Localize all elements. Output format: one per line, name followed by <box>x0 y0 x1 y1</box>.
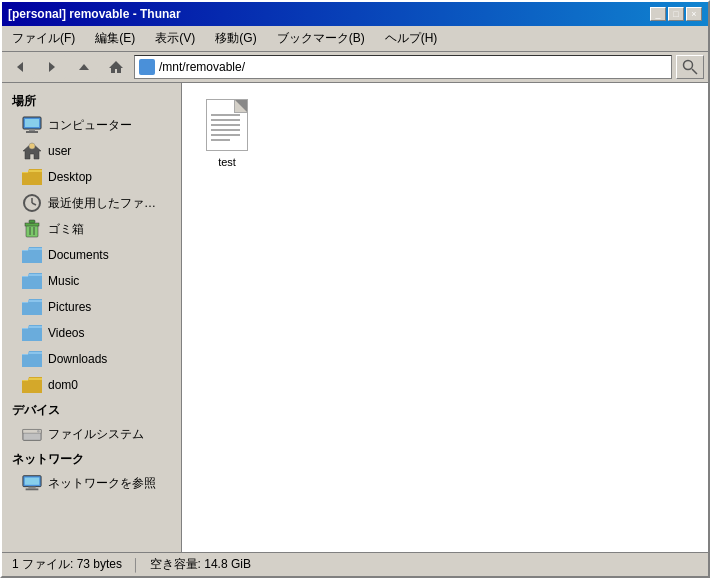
devices-section-header: デバイス <box>2 398 181 421</box>
close-button[interactable]: × <box>686 7 702 21</box>
file-icon-test <box>203 97 251 153</box>
svg-rect-8 <box>29 129 35 131</box>
svg-rect-26 <box>26 488 39 490</box>
sidebar-item-music[interactable]: Music <box>2 268 181 294</box>
menu-edit[interactable]: 編集(E) <box>89 28 141 49</box>
places-section-header: 場所 <box>2 89 181 112</box>
status-bar: 1 ファイル: 73 bytes │ 空き容量: 14.8 GiB <box>2 552 708 576</box>
sidebar-item-dom0[interactable]: dom0 <box>2 372 181 398</box>
forward-button[interactable] <box>38 55 66 79</box>
svg-line-14 <box>32 203 36 205</box>
sidebar-item-documents[interactable]: Documents <box>2 242 181 268</box>
toolbar <box>2 52 708 83</box>
title-bar: [personal] removable - Thunar _ □ × <box>2 2 708 26</box>
window-controls: _ □ × <box>650 7 702 21</box>
content-area: 場所 コンピューター <box>2 83 708 552</box>
recent-icon <box>22 193 42 213</box>
sidebar-item-recent-label: 最近使用したファ… <box>48 195 156 212</box>
menu-bar: ファイル(F) 編集(E) 表示(V) 移動(G) ブックマーク(B) ヘルプ(… <box>2 26 708 52</box>
videos-folder-icon <box>22 323 42 343</box>
main-file-area: test <box>182 83 708 552</box>
status-separator: │ <box>132 558 140 572</box>
sidebar-item-network-label: ネットワークを参照 <box>48 475 156 492</box>
svg-point-4 <box>684 61 693 70</box>
svg-marker-3 <box>109 61 123 73</box>
maximize-button[interactable]: □ <box>668 7 684 21</box>
menu-help[interactable]: ヘルプ(H) <box>379 28 444 49</box>
svg-rect-16 <box>25 223 39 226</box>
svg-rect-25 <box>28 487 35 489</box>
music-folder-icon <box>22 271 42 291</box>
sidebar: 場所 コンピューター <box>2 83 182 552</box>
address-input[interactable] <box>159 60 667 74</box>
file-count: 1 ファイル: 73 bytes <box>12 556 122 573</box>
file-name-test: test <box>218 156 236 168</box>
sidebar-item-home-label: user <box>48 144 71 158</box>
svg-marker-0 <box>17 62 23 72</box>
network-section-header: ネットワーク <box>2 447 181 470</box>
window-title: [personal] removable - Thunar <box>8 7 181 21</box>
filesystem-icon <box>22 424 42 444</box>
svg-rect-24 <box>25 478 40 485</box>
computer-icon <box>22 115 42 135</box>
sidebar-item-filesystem-label: ファイルシステム <box>48 426 144 443</box>
sidebar-item-pictures[interactable]: Pictures <box>2 294 181 320</box>
menu-go[interactable]: 移動(G) <box>209 28 262 49</box>
svg-line-5 <box>692 69 697 74</box>
back-button[interactable] <box>6 55 34 79</box>
sidebar-item-pictures-label: Pictures <box>48 300 91 314</box>
up-button[interactable] <box>70 55 98 79</box>
desktop-folder-icon <box>22 167 42 187</box>
documents-folder-icon <box>22 245 42 265</box>
home-button[interactable] <box>102 55 130 79</box>
svg-point-11 <box>29 143 35 149</box>
address-bar[interactable] <box>134 55 672 79</box>
menu-view[interactable]: 表示(V) <box>149 28 201 49</box>
svg-rect-17 <box>29 220 35 223</box>
sidebar-item-recent[interactable]: 最近使用したファ… <box>2 190 181 216</box>
sidebar-item-desktop[interactable]: Desktop <box>2 164 181 190</box>
file-item-test[interactable]: test <box>192 93 262 172</box>
sidebar-item-computer[interactable]: コンピューター <box>2 112 181 138</box>
svg-point-22 <box>37 430 40 433</box>
sidebar-item-filesystem[interactable]: ファイルシステム <box>2 421 181 447</box>
sidebar-item-downloads-label: Downloads <box>48 352 107 366</box>
home-icon <box>22 141 42 161</box>
search-button[interactable] <box>676 55 704 79</box>
sidebar-item-videos[interactable]: Videos <box>2 320 181 346</box>
network-icon <box>22 473 42 493</box>
pictures-folder-icon <box>22 297 42 317</box>
sidebar-item-trash[interactable]: ゴミ箱 <box>2 216 181 242</box>
trash-icon <box>22 219 42 239</box>
sidebar-item-videos-label: Videos <box>48 326 84 340</box>
main-window: [personal] removable - Thunar _ □ × ファイル… <box>0 0 710 578</box>
sidebar-item-home[interactable]: user <box>2 138 181 164</box>
svg-rect-9 <box>26 131 38 133</box>
sidebar-item-desktop-label: Desktop <box>48 170 92 184</box>
sidebar-item-dom0-label: dom0 <box>48 378 78 392</box>
sidebar-item-trash-label: ゴミ箱 <box>48 221 84 238</box>
menu-file[interactable]: ファイル(F) <box>6 28 81 49</box>
sidebar-item-computer-label: コンピューター <box>48 117 132 134</box>
sidebar-item-music-label: Music <box>48 274 79 288</box>
minimize-button[interactable]: _ <box>650 7 666 21</box>
sidebar-item-downloads[interactable]: Downloads <box>2 346 181 372</box>
svg-rect-15 <box>26 225 38 237</box>
downloads-folder-icon <box>22 349 42 369</box>
svg-marker-2 <box>79 64 89 70</box>
menu-bookmarks[interactable]: ブックマーク(B) <box>271 28 371 49</box>
sidebar-item-documents-label: Documents <box>48 248 109 262</box>
svg-marker-1 <box>49 62 55 72</box>
address-folder-icon <box>139 59 155 75</box>
dom0-folder-icon <box>22 375 42 395</box>
svg-rect-7 <box>25 119 39 127</box>
free-space: 空き容量: 14.8 GiB <box>150 556 251 573</box>
sidebar-item-network[interactable]: ネットワークを参照 <box>2 470 181 496</box>
